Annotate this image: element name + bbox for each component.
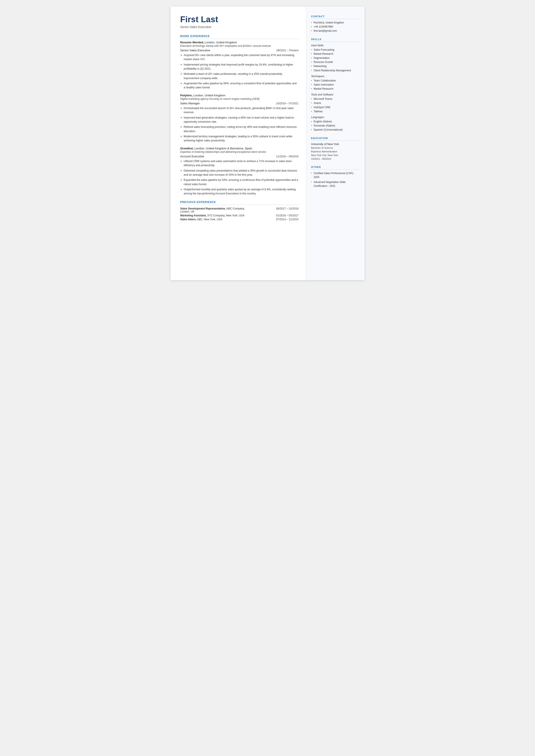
techniques-label: Techniques: <box>311 75 360 78</box>
skill-item: Segmentation <box>311 56 360 60</box>
education-section: EDUCATION University of New York Bachelo… <box>311 137 360 161</box>
prev-job-2-dates: 01/2016 – 05/2017 <box>251 213 299 217</box>
previous-experience-table: Sales Development Representative, ABC Co… <box>180 207 299 221</box>
job-1-role-line: Senior Sales Executive 08/2021 – Present <box>180 49 299 52</box>
contact-phone: +44 1234567890 <box>311 25 360 29</box>
skill-item: Team Collaboration <box>311 79 360 83</box>
right-column: CONTACT Rochford, United Kingdom +44 123… <box>306 7 365 280</box>
bullet-item: Outperformed monthly and quarterly sales… <box>180 187 299 196</box>
bullet-item: Orchestrated the successful launch of 20… <box>180 106 299 115</box>
skill-item: Romanian (Native) <box>311 124 360 128</box>
job-2-company-name: Polyhire, <box>180 94 193 97</box>
edu-degree: Bachelor of Science <box>311 146 360 150</box>
job-2-company: Polyhire, London, United Kingdom <box>180 94 299 97</box>
skill-item: Client Relationship Management <box>311 69 360 72</box>
bullet-item: Expanded the sales pipeline by 33%, ensu… <box>180 178 299 186</box>
education-block: University of New York Bachelor of Scien… <box>311 142 360 161</box>
other-item: Certified Sales Professional (CSP) - 202… <box>311 171 360 179</box>
tools-list: Microsoft Teams Asana HubSpot CRM Tablea… <box>311 97 360 114</box>
job-1-company: Resume Worded, London, United Kingdom <box>180 41 299 44</box>
prev-job-2-title: Marketing Assistant, XYZ Company, New Yo… <box>180 213 251 217</box>
prev-job-2-rest: XYZ Company, New York, USA <box>207 214 244 217</box>
job-1-location: London, United Kingdom <box>205 41 237 44</box>
prev-job-1-bold: Sales Development Representative, <box>180 207 226 210</box>
skill-item: Market Research <box>311 87 360 91</box>
contact-heading: CONTACT <box>311 15 360 19</box>
other-heading: OTHER <box>311 166 360 170</box>
job-3-company: Growthsi, London, United Kingdom & Barce… <box>180 147 299 150</box>
prev-job-1-dates: 06/2017 – 10/2018 <box>251 207 299 213</box>
skill-item: Microsoft Teams <box>311 97 360 101</box>
job-2-role-line: Sales Manager 10/2019 – 07/2021 <box>180 102 299 105</box>
prev-job-3-dates: 07/2014 – 12/2015 <box>251 217 299 221</box>
skill-item: Revenue Growth <box>311 60 360 64</box>
job-1: Resume Worded, London, United Kingdom Ed… <box>180 41 299 90</box>
contact-location: Rochford, United Kingdom <box>311 21 360 25</box>
skill-item: Market Research <box>311 52 360 56</box>
hard-skills-label: Hard Skills: <box>311 44 360 47</box>
bullet-item: Augmented the sales pipeline by 60%, ens… <box>180 81 299 90</box>
job-3-description: Expertise in fostering relationships and… <box>180 151 299 154</box>
previous-experience-section: PREVIOUS EXPERIENCE Sales Development Re… <box>180 201 299 221</box>
job-2-bullets: Orchestrated the successful launch of 20… <box>180 106 299 143</box>
job-2-role-title: Sales Manager <box>180 102 200 105</box>
bullet-item: Improved lead generation strategies, cau… <box>180 116 299 124</box>
edu-location: New York City, New York <box>311 154 360 157</box>
skills-section: SKILLS Hard Skills: Sales Forecasting Ma… <box>311 38 360 132</box>
job-3-role-title: Account Executive <box>180 155 204 158</box>
job-3-location: London, United Kingdom & Barcelona, Spai… <box>195 147 252 150</box>
education-heading: EDUCATION <box>311 137 360 141</box>
work-experience-heading: WORK EXPERIENCE <box>180 35 299 39</box>
skill-item: Sales Forecasting <box>311 48 360 52</box>
prev-exp-row: Marketing Assistant, XYZ Company, New Yo… <box>180 213 299 217</box>
prev-job-3-rest: ABC, New York, USA <box>197 218 222 221</box>
skill-item: Tableau <box>311 109 360 114</box>
previous-experience-heading: PREVIOUS EXPERIENCE <box>180 201 299 205</box>
contact-email: first.last@gmail.com <box>311 29 360 33</box>
job-2-dates: 10/2019 – 07/2021 <box>276 102 298 105</box>
edu-dates: 10/2011 - 06/2014 <box>311 157 360 161</box>
job-1-dates: 08/2021 – Present <box>276 49 298 52</box>
edu-field: Business Administration <box>311 150 360 154</box>
techniques-list: Team Collaboration Sales Automation Mark… <box>311 79 360 91</box>
prev-job-3-title: Sales Intern, ABC, New York, USA <box>180 217 251 221</box>
bullet-item: Implemented pricing strategies that impr… <box>180 63 299 71</box>
bullet-item: Delivered compelling sales presentations… <box>180 169 299 177</box>
job-1-bullets: Acquired 50+ new clients within a year, … <box>180 53 299 90</box>
other-item: Advanced Negotiation Skills Certificatio… <box>311 180 360 188</box>
job-1-company-name: Resume Worded, <box>180 41 204 44</box>
tools-label: Tools and Software: <box>311 93 360 96</box>
job-3: Growthsi, London, United Kingdom & Barce… <box>180 147 299 196</box>
prev-exp-row: Sales Intern, ABC, New York, USA 07/2014… <box>180 217 299 221</box>
job-3-role-line: Account Executive 11/2018 – 09/2019 <box>180 155 299 158</box>
work-experience-section: WORK EXPERIENCE Resume Worded, London, U… <box>180 35 299 196</box>
job-3-bullets: Utilized CRM systems and sales automatio… <box>180 159 299 196</box>
skill-item: Asana <box>311 101 360 105</box>
prev-exp-row: Sales Development Representative, ABC Co… <box>180 207 299 213</box>
other-list: Certified Sales Professional (CSP) - 202… <box>311 171 360 188</box>
other-section: OTHER Certified Sales Professional (CSP)… <box>311 166 360 188</box>
candidate-header: First Last Senior Sales Executive <box>180 15 299 29</box>
prev-job-2-bold: Marketing Assistant, <box>180 214 207 217</box>
bullet-item: Refined sales forecasting precision, cut… <box>180 125 299 133</box>
languages-list: English (Native) Romanian (Native) Spani… <box>311 120 360 132</box>
candidate-title: Senior Sales Executive <box>180 25 299 29</box>
bullet-item: Motivated a team of 20+ sales profession… <box>180 72 299 80</box>
skills-heading: SKILLS <box>311 38 360 42</box>
skill-item: Sales Automation <box>311 83 360 87</box>
skill-item: HubSpot CRM <box>311 105 360 109</box>
job-3-company-name: Growthsi, <box>180 147 194 150</box>
prev-job-3-bold: Sales Intern, <box>180 218 196 221</box>
skill-item: Networking <box>311 64 360 68</box>
bullet-item: Utilized CRM systems and sales automatio… <box>180 159 299 168</box>
skill-item: English (Native) <box>311 120 360 124</box>
job-1-description: Education technology startup with 50+ em… <box>180 44 299 47</box>
contact-section: CONTACT Rochford, United Kingdom +44 123… <box>311 15 360 33</box>
hard-skills-list: Sales Forecasting Market Research Segmen… <box>311 48 360 72</box>
languages-label: Languages: <box>311 116 360 119</box>
job-1-role-title: Senior Sales Executive <box>180 49 210 52</box>
resume-page: First Last Senior Sales Executive WORK E… <box>171 7 365 280</box>
skill-item: Spanish (Conversational) <box>311 128 360 132</box>
job-2-description: Digital marketing agency focusing on sea… <box>180 98 299 100</box>
bullet-item: Modernized territory management strategi… <box>180 134 299 143</box>
